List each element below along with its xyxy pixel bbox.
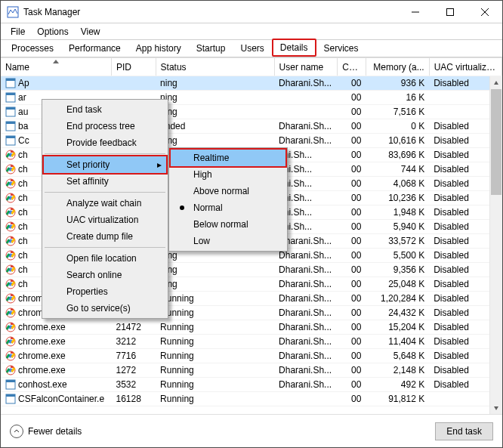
tab-details[interactable]: Details [272,39,316,57]
close-button[interactable] [468,1,502,23]
cell-pid: 3212 [112,335,156,349]
fewer-details-button[interactable]: Fewer details [10,425,82,438]
cell-name: chrome.exe [18,351,66,361]
table-row[interactable]: ApningDharani.Sh...00936 KDisabled [1,76,502,91]
ctx-goto-services[interactable]: Go to service(s) [44,300,166,317]
ctx-end-task[interactable]: End task [44,101,166,118]
menu-view[interactable]: View [76,25,106,39]
cell-cpu: 00 [338,177,366,191]
cell-status: ning [156,105,274,119]
process-icon [5,221,16,232]
minimize-button[interactable] [398,1,433,23]
cell-user [274,392,338,406]
maximize-button[interactable] [433,1,468,23]
svg-rect-50 [6,394,15,397]
cell-cpu: 00 [338,148,366,162]
priority-realtime[interactable]: Realtime [169,148,287,168]
tab-strip: Processes Performance App history Startu… [1,39,502,57]
ctx-uac[interactable]: UAC virtualization [44,212,166,228]
cell-user [274,105,338,119]
table-row[interactable]: conhost.exe3532RunningDharani.Sh...00492… [1,378,502,392]
table-row[interactable]: chrome.exe21472RunningDharani.Sh...0015,… [1,320,502,335]
cell-cpu: 00 [338,277,366,292]
column-status[interactable]: Status [156,58,274,76]
cell-pid: 21472 [112,320,156,335]
column-pid[interactable]: PID [112,58,156,76]
svg-rect-8 [6,93,15,95]
end-task-button[interactable]: End task [435,422,493,440]
menu-file[interactable]: File [5,25,30,39]
tab-services[interactable]: Services [316,40,366,57]
ctx-end-tree[interactable]: End process tree [44,118,166,134]
ctx-feedback[interactable]: Provide feedback [44,134,166,151]
cell-user: Dharani.Sh... [274,277,338,292]
cell-user: Dharani.Sh... [274,378,338,392]
ctx-search-online[interactable]: Search online [44,267,166,283]
process-icon [5,336,16,347]
priority-normal[interactable]: Normal [171,199,285,216]
ctx-dump[interactable]: Create dump file [44,228,166,245]
priority-normal-label: Normal [193,202,223,213]
process-icon [5,365,16,375]
cell-memory: 9,356 K [366,263,429,277]
tab-performance[interactable]: Performance [61,40,128,57]
ctx-set-priority[interactable]: Set priority ▸ [42,155,168,175]
column-user[interactable]: User name [274,58,338,76]
table-row[interactable]: chrome.exe7716RunningDharani.Sh...005,64… [1,349,502,363]
scroll-down-button[interactable] [490,401,502,414]
tab-users[interactable]: Users [233,40,271,57]
cell-user: Dharani.Sh... [274,363,338,378]
cell-memory: 7,516 K [366,105,429,119]
cell-cpu: 00 [338,205,366,220]
scroll-thumb[interactable] [491,89,501,195]
column-memory[interactable]: Memory (a... [366,58,429,76]
column-name[interactable]: Name [1,58,112,76]
column-uac[interactable]: UAC virtualizat... [429,58,501,76]
process-icon [5,250,16,261]
ctx-open-location[interactable]: Open file location [44,250,166,267]
task-manager-window: Task Manager File Options View Processes… [0,0,503,448]
process-icon [5,351,16,361]
ctx-set-affinity[interactable]: Set affinity [44,173,166,190]
cell-user: Dharani.Sh... [274,76,338,91]
priority-below-normal[interactable]: Below normal [171,216,285,233]
svg-rect-6 [6,79,15,81]
process-icon [5,322,16,332]
ctx-analyze[interactable]: Analyze wait chain [44,195,166,212]
cell-user: Dharani.Sh... [274,263,338,277]
cell-name: ch [18,279,28,289]
cell-cpu: 00 [338,378,366,392]
column-cpu[interactable]: CPU [338,58,366,76]
priority-above-normal[interactable]: Above normal [171,183,285,199]
cell-memory: 91,812 K [366,392,429,406]
menu-options[interactable]: Options [32,25,73,39]
table-row[interactable]: CSFalconContainer.e16128Running0091,812 … [1,392,502,406]
cell-user: Dharani.Sh... [274,134,338,148]
process-icon [5,236,16,246]
priority-high[interactable]: High [171,166,285,183]
scroll-up-button[interactable] [490,76,502,89]
menu-bar: File Options View [1,23,502,39]
cell-user: Dharani.Sh... [274,320,338,335]
tab-processes[interactable]: Processes [4,40,61,57]
cell-memory: 936 K [366,76,429,91]
process-icon [5,78,16,88]
tab-startup[interactable]: Startup [189,40,233,57]
cell-status: ning [156,277,274,292]
ctx-set-priority-label: Set priority [66,159,110,170]
vertical-scrollbar[interactable] [489,76,502,414]
priority-low[interactable]: Low [171,233,285,249]
cell-user: Dharani.Sh... [274,119,338,134]
cell-memory: 16 K [366,91,429,105]
table-row[interactable]: chrome.exe1272RunningDharani.Sh...002,14… [1,363,502,378]
cell-name: ch [18,221,28,232]
chevron-right-icon: ▸ [157,159,162,170]
tab-apphistory[interactable]: App history [128,40,189,57]
table-row[interactable]: chrome.exe3212RunningDharani.Sh...0011,4… [1,335,502,349]
ctx-properties[interactable]: Properties [44,283,166,300]
cell-memory: 744 K [366,162,429,177]
cell-status: Running [156,392,274,406]
cell-name: CSFalconContainer.e [18,394,104,404]
cell-name: ch [18,236,28,246]
cell-name: ar [18,92,26,103]
